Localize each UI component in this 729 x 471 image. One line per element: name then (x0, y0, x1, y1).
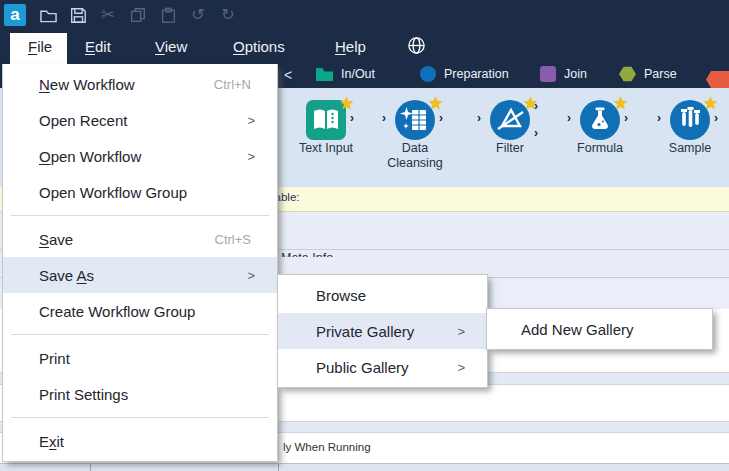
tool-label: Formula (558, 141, 642, 156)
save-as-item-browse[interactable]: Browse (278, 277, 487, 313)
file-menu-item-print[interactable]: Print (3, 340, 277, 376)
paste-icon (153, 3, 183, 27)
menu-item-label: Save As (39, 267, 94, 284)
favorite-star-icon[interactable]: ★ (428, 95, 443, 112)
category-tab-in-out[interactable]: In/Out (316, 66, 375, 81)
private-gallery-item-add-new-gallery[interactable]: Add New Gallery (487, 311, 712, 347)
menu-item-label: Save (39, 231, 73, 248)
category-tab-preparation[interactable]: Preparation (420, 66, 509, 82)
menubar-view[interactable]: View (155, 38, 187, 55)
redo-icon: ↻ (213, 3, 243, 27)
submenu-arrow-icon: > (247, 113, 267, 128)
submenu-arrow-icon: > (247, 149, 267, 164)
tool-input-anchor-icon: › (567, 112, 571, 124)
menu-item-label: Add New Gallery (521, 321, 634, 338)
category-label: Preparation (444, 67, 509, 81)
canvas-bottom-bar (0, 463, 729, 471)
undo-icon: ↺ (183, 3, 213, 27)
menu-item-shortcut: Ctrl+S (215, 232, 267, 247)
menu-item-label: Create Workflow Group (39, 303, 195, 320)
category-label: In/Out (341, 67, 375, 81)
tool-output-anchor-icon: › (350, 112, 354, 124)
menu-item-label: Print Settings (39, 386, 128, 403)
tool-input-anchor-icon: › (477, 112, 481, 124)
favorite-star-icon[interactable]: ★ (703, 95, 718, 112)
partial-only-when-running-label: ly When Running (283, 441, 371, 453)
title-bar: a ✂↺↻ (0, 0, 729, 30)
private-gallery-submenu: Add New Gallery (486, 308, 713, 350)
tool-label: Data Cleansing (373, 141, 457, 171)
menu-separator (11, 334, 269, 335)
favorite-star-icon[interactable]: ★ (613, 95, 628, 112)
save-as-submenu: BrowsePrivate Gallery>Public Gallery> (277, 274, 488, 388)
tool-label: Sample (648, 141, 729, 156)
save-icon[interactable] (63, 3, 93, 27)
menubar-options[interactable]: Options (233, 38, 285, 55)
category-label: Parse (644, 67, 677, 81)
file-menu-item-create-workflow-group[interactable]: Create Workflow Group (3, 293, 277, 329)
category-tab-clipped-icon[interactable] (706, 71, 729, 88)
tool-label: Filter (468, 141, 552, 156)
file-menu-item-new-workflow[interactable]: New WorkflowCtrl+N (3, 66, 277, 102)
submenu-arrow-icon: > (457, 360, 477, 375)
menu-item-shortcut: Ctrl+N (214, 77, 267, 92)
file-menu-item-save[interactable]: SaveCtrl+S (3, 221, 277, 257)
category-label: Join (564, 67, 587, 81)
tool-output-anchor-icon: › (439, 112, 443, 124)
file-menu-item-print-settings[interactable]: Print Settings (3, 376, 277, 412)
copy-icon (123, 3, 153, 27)
menu-item-label: Browse (316, 287, 366, 304)
file-menu-dropdown: New WorkflowCtrl+NOpen Recent>Open Workf… (2, 64, 278, 462)
favorite-star-icon[interactable]: ★ (339, 95, 354, 112)
tool-output-anchor-icon: › (714, 112, 718, 124)
menu-item-label: Open Workflow Group (39, 184, 187, 201)
category-tab-parse[interactable]: Parse (619, 66, 677, 82)
category-join-icon (540, 66, 556, 82)
alteryx-logo: a (4, 4, 26, 26)
bottom-bar-divider (90, 464, 91, 471)
partial-meta-info-label: Meta Info (281, 248, 333, 257)
save-as-item-private-gallery[interactable]: Private Gallery> (278, 313, 487, 349)
category-preparation-icon (420, 66, 436, 82)
palette-scroll-left-icon[interactable]: < (284, 67, 292, 83)
menubar-help[interactable]: Help (335, 38, 366, 55)
category-tab-join[interactable]: Join (540, 66, 587, 82)
file-menu-item-open-workflow-group[interactable]: Open Workflow Group (3, 174, 277, 210)
tool-label: Text Input (284, 141, 368, 156)
file-menu-item-save-as[interactable]: Save As> (3, 257, 277, 293)
bottom-bar-divider (278, 464, 279, 471)
menubar-edit[interactable]: Edit (85, 38, 111, 55)
category-in-out-icon (316, 66, 333, 81)
globe-icon[interactable] (407, 36, 426, 59)
tool-input-anchor-icon: › (382, 112, 386, 124)
menu-item-label: Public Gallery (316, 359, 409, 376)
cut-icon: ✂ (93, 3, 123, 27)
category-parse-icon (619, 66, 636, 82)
tool-output-anchor-icon: › (624, 112, 628, 124)
menu-item-label: New Workflow (39, 76, 135, 93)
save-as-item-public-gallery[interactable]: Public Gallery> (278, 349, 487, 385)
menu-item-label: Print (39, 350, 70, 367)
file-menu-item-open-recent[interactable]: Open Recent> (3, 102, 277, 138)
submenu-arrow-icon: > (247, 268, 267, 283)
menu-item-label: Private Gallery (316, 323, 414, 340)
menu-separator (11, 215, 269, 216)
tool-input-anchor-icon: › (657, 112, 661, 124)
tool-output-anchor-icon: › (534, 100, 538, 112)
menu-item-label: Open Workflow (39, 148, 141, 165)
menubar-file[interactable]: File (28, 38, 52, 55)
tool-output-anchor-icon: › (534, 127, 538, 139)
submenu-arrow-icon: > (457, 324, 477, 339)
menu-item-label: Open Recent (39, 112, 127, 129)
menu-item-label: Exit (39, 433, 64, 450)
new-workflow-icon[interactable] (33, 3, 63, 27)
file-menu-item-open-workflow[interactable]: Open Workflow> (3, 138, 277, 174)
menu-separator (11, 417, 269, 418)
file-menu-item-exit[interactable]: Exit (3, 423, 277, 459)
